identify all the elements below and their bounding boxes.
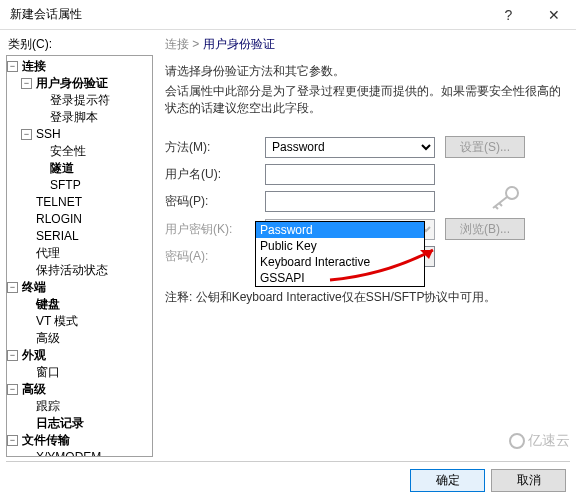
password-label: 密码(P): bbox=[165, 193, 255, 210]
breadcrumb-sep: > bbox=[192, 37, 199, 51]
svg-point-0 bbox=[506, 187, 518, 199]
tree-item-trace[interactable]: 跟踪 bbox=[21, 398, 152, 415]
tree-item-proxy[interactable]: 代理 bbox=[21, 245, 152, 262]
password-input[interactable] bbox=[265, 191, 435, 212]
category-tree[interactable]: −连接 −用户身份验证 登录提示符 登录脚本 −SSH 安 bbox=[6, 55, 153, 457]
help-button[interactable]: ? bbox=[486, 0, 531, 30]
tree-item-auth[interactable]: −用户身份验证 bbox=[21, 75, 152, 92]
tree-item-advanced[interactable]: 高级 bbox=[21, 330, 152, 347]
footer-separator bbox=[6, 461, 570, 462]
tree-item-rlogin[interactable]: RLOGIN bbox=[21, 211, 152, 228]
tree-item-keyboard[interactable]: 键盘 bbox=[21, 296, 152, 313]
tree-item-telnet[interactable]: TELNET bbox=[21, 194, 152, 211]
main-area: 类别(C): −连接 −用户身份验证 登录提示符 登录脚本 bbox=[0, 30, 576, 455]
tree-item-connection[interactable]: −连接 bbox=[7, 58, 152, 75]
method-label: 方法(M): bbox=[165, 139, 255, 156]
dialog-footer: 确定 取消 bbox=[410, 469, 566, 492]
category-panel: 类别(C): −连接 −用户身份验证 登录提示符 登录脚本 bbox=[0, 30, 155, 455]
window-title: 新建会话属性 bbox=[10, 6, 486, 23]
tree-item-sftp[interactable]: SFTP bbox=[35, 177, 152, 194]
passphrase-label: 密码(A): bbox=[165, 248, 255, 265]
tree-item-tunnel[interactable]: 隧道 bbox=[35, 160, 152, 177]
tree-item-serial[interactable]: SERIAL bbox=[21, 228, 152, 245]
note-text: 注释: 公钥和Keyboard Interactive仅在SSH/SFTP协议中… bbox=[165, 289, 562, 306]
collapse-icon[interactable]: − bbox=[7, 350, 18, 361]
description-2: 会话属性中此部分是为了登录过程更便捷而提供的。如果需要安全性很高的状态的话建议您… bbox=[165, 83, 562, 117]
tree-item-window[interactable]: 窗口 bbox=[21, 364, 152, 381]
tree-item-filetransfer[interactable]: −文件传输 bbox=[7, 432, 152, 449]
tree-item-vtmode[interactable]: VT 模式 bbox=[21, 313, 152, 330]
method-select[interactable]: Password bbox=[265, 137, 435, 158]
setup-button[interactable]: 设置(S)... bbox=[445, 136, 525, 158]
tree-item-login-script[interactable]: 登录脚本 bbox=[35, 109, 152, 126]
breadcrumb-parent: 连接 bbox=[165, 37, 189, 51]
annotation-arrow bbox=[325, 245, 445, 285]
tree-item-terminal[interactable]: −终端 bbox=[7, 279, 152, 296]
description-1: 请选择身份验证方法和其它参数。 bbox=[165, 63, 562, 80]
breadcrumb: 连接 > 用户身份验证 bbox=[165, 36, 562, 53]
category-label: 类别(C): bbox=[6, 36, 153, 53]
tree-item-security[interactable]: 安全性 bbox=[35, 143, 152, 160]
tree-item-ssh[interactable]: −SSH bbox=[21, 126, 152, 143]
watermark: 亿速云 bbox=[509, 432, 570, 450]
watermark-logo-icon bbox=[509, 433, 525, 449]
collapse-icon[interactable]: − bbox=[7, 435, 18, 446]
tree-item-xymodem[interactable]: X/YMODEM bbox=[21, 449, 152, 457]
username-label: 用户名(U): bbox=[165, 166, 255, 183]
breadcrumb-current: 用户身份验证 bbox=[203, 37, 275, 51]
ok-button[interactable]: 确定 bbox=[410, 469, 485, 492]
detail-panel: 连接 > 用户身份验证 请选择身份验证方法和其它参数。 会话属性中此部分是为了登… bbox=[155, 30, 576, 455]
collapse-icon[interactable]: − bbox=[21, 78, 32, 89]
key-icon bbox=[445, 166, 525, 211]
titlebar: 新建会话属性 ? ✕ bbox=[0, 0, 576, 30]
tree-item-log[interactable]: 日志记录 bbox=[21, 415, 152, 432]
userkey-label: 用户密钥(K): bbox=[165, 221, 255, 238]
tree-item-login-prompt[interactable]: 登录提示符 bbox=[35, 92, 152, 109]
tree-item-keepalive[interactable]: 保持活动状态 bbox=[21, 262, 152, 279]
close-button[interactable]: ✕ bbox=[531, 0, 576, 30]
username-input[interactable] bbox=[265, 164, 435, 185]
collapse-icon[interactable]: − bbox=[7, 61, 18, 72]
collapse-icon[interactable]: − bbox=[21, 129, 32, 140]
tree-item-advanced2[interactable]: −高级 bbox=[7, 381, 152, 398]
collapse-icon[interactable]: − bbox=[7, 384, 18, 395]
cancel-button[interactable]: 取消 bbox=[491, 469, 566, 492]
dropdown-item-password[interactable]: Password bbox=[256, 222, 424, 238]
browse-button[interactable]: 浏览(B)... bbox=[445, 218, 525, 240]
tree-item-appearance[interactable]: −外观 bbox=[7, 347, 152, 364]
collapse-icon[interactable]: − bbox=[7, 282, 18, 293]
